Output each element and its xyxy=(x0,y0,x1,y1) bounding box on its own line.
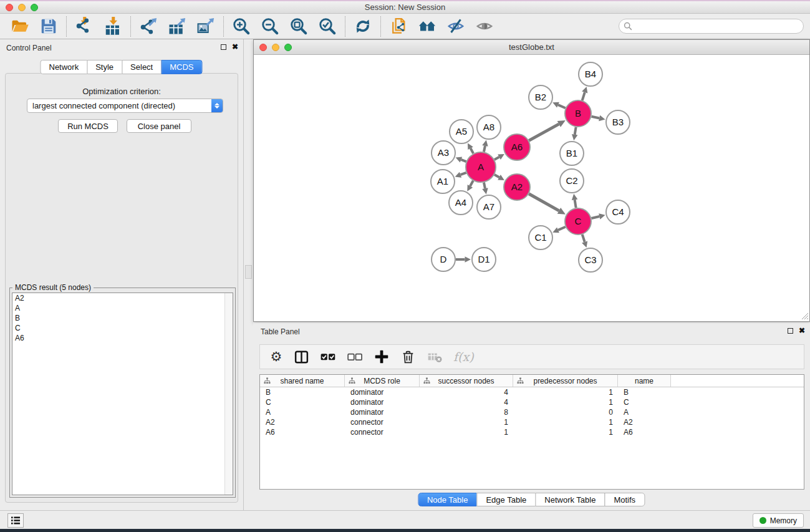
save-icon[interactable] xyxy=(39,17,58,36)
tab-style[interactable]: Style xyxy=(87,60,122,74)
edge-C-C1[interactable] xyxy=(558,227,566,230)
cell-name[interactable]: C xyxy=(618,398,671,407)
result-item[interactable]: B xyxy=(12,313,233,323)
close-table-panel-icon[interactable]: ✖ xyxy=(799,327,805,334)
column-header-MCDS-role[interactable]: MCDS role xyxy=(345,375,420,387)
cell-successor-nodes[interactable]: 4 xyxy=(420,398,513,407)
table-row[interactable]: A6connector11A6 xyxy=(260,427,804,437)
eye-icon[interactable] xyxy=(475,17,494,36)
edge-A-A1[interactable] xyxy=(461,173,466,175)
table-row[interactable]: Cdominator41C xyxy=(260,397,804,407)
cell-MCDS-role[interactable]: dominator xyxy=(345,398,420,407)
cell-predecessor-nodes[interactable]: 1 xyxy=(513,418,618,427)
split-divider-grip[interactable] xyxy=(245,265,252,279)
cell-name[interactable]: B xyxy=(618,388,671,397)
result-item[interactable]: A6 xyxy=(12,333,233,343)
zoom-selected-icon[interactable] xyxy=(318,17,337,36)
float-panel-icon[interactable] xyxy=(221,44,226,50)
column-header-predecessor-nodes[interactable]: predecessor nodes xyxy=(513,375,618,387)
result-item[interactable]: A2 xyxy=(12,293,233,303)
cell-shared-name[interactable]: A2 xyxy=(260,418,345,427)
result-item[interactable]: A xyxy=(12,303,233,313)
double-home-icon[interactable] xyxy=(418,17,436,36)
export-network-icon[interactable] xyxy=(139,17,158,36)
edge-A-A7[interactable] xyxy=(484,182,485,188)
cell-MCDS-role[interactable]: connector xyxy=(345,418,420,427)
add-column-icon[interactable] xyxy=(374,349,390,365)
table-row[interactable]: Adominator80A xyxy=(260,407,804,417)
column-header-name[interactable]: name xyxy=(618,375,671,387)
search-input[interactable] xyxy=(632,21,803,32)
cell-MCDS-role[interactable]: dominator xyxy=(345,388,420,397)
column-layout-icon[interactable] xyxy=(294,349,309,365)
column-header-successor-nodes[interactable]: successor nodes xyxy=(420,375,513,387)
tab-node-table[interactable]: Node Table xyxy=(418,493,478,506)
cell-name[interactable]: A6 xyxy=(618,428,671,437)
close-panel-icon[interactable]: ✖ xyxy=(232,43,238,51)
close-panel-button[interactable]: Close panel xyxy=(127,119,191,133)
zoom-window-button[interactable] xyxy=(31,4,38,11)
edge-C-C2[interactable] xyxy=(575,200,576,208)
resize-grip-icon[interactable] xyxy=(800,311,809,320)
tab-edge-table[interactable]: Edge Table xyxy=(476,493,536,506)
cell-shared-name[interactable]: C xyxy=(260,398,345,407)
refresh-icon[interactable] xyxy=(354,17,372,36)
edge-A2-C[interactable] xyxy=(529,194,559,211)
network-window-titlebar[interactable]: testGlobe.txt xyxy=(254,40,809,55)
network-canvas[interactable]: B4B2BB3A5A8A6B1A3AC2A1A2A4A7C4CC1DD1C3 xyxy=(254,55,809,321)
edge-B-B2[interactable] xyxy=(558,105,566,108)
zoom-in-icon[interactable] xyxy=(232,17,251,36)
table-row[interactable]: Bdominator41B xyxy=(260,387,804,397)
float-table-panel-icon[interactable] xyxy=(788,328,793,334)
table-row[interactable]: A2connector11A2 xyxy=(260,417,804,427)
network-minimize-button[interactable] xyxy=(272,44,279,51)
zoom-fit-icon[interactable] xyxy=(289,17,308,36)
run-mcds-button[interactable]: Run MCDS xyxy=(58,119,118,133)
edge-A-A2[interactable] xyxy=(494,175,499,177)
close-window-button[interactable] xyxy=(6,4,13,11)
export-image-icon[interactable] xyxy=(196,17,215,36)
cell-name[interactable]: A2 xyxy=(618,418,671,427)
cell-successor-nodes[interactable]: 1 xyxy=(420,418,513,427)
network-close-button[interactable] xyxy=(259,44,267,51)
edge-C-C3[interactable] xyxy=(582,235,585,242)
cell-predecessor-nodes[interactable]: 1 xyxy=(513,388,618,397)
cell-successor-nodes[interactable]: 1 xyxy=(420,428,513,437)
column-header-shared-name[interactable]: shared name xyxy=(260,375,345,387)
result-item[interactable]: C xyxy=(12,323,233,333)
tab-network-table[interactable]: Network Table xyxy=(535,493,605,506)
import-network-icon[interactable] xyxy=(75,17,94,36)
edge-C-C4[interactable] xyxy=(591,216,599,218)
search-field[interactable] xyxy=(619,19,804,34)
cell-MCDS-role[interactable]: dominator xyxy=(345,408,420,417)
edge-B-B4[interactable] xyxy=(582,92,585,100)
cell-shared-name[interactable]: A6 xyxy=(260,428,345,437)
tab-motifs[interactable]: Motifs xyxy=(604,493,645,506)
cell-successor-nodes[interactable]: 4 xyxy=(420,388,513,397)
cell-predecessor-nodes[interactable]: 1 xyxy=(513,398,618,407)
cell-shared-name[interactable]: A xyxy=(260,408,345,417)
import-table-icon[interactable] xyxy=(104,17,122,36)
edge-A6-B[interactable] xyxy=(529,124,559,140)
tab-mcds[interactable]: MCDS xyxy=(161,60,202,74)
edge-A-A3[interactable] xyxy=(461,160,466,162)
tab-select[interactable]: Select xyxy=(122,60,162,74)
uncheck-all-icon[interactable] xyxy=(347,349,363,365)
open-folder-icon[interactable] xyxy=(11,17,29,36)
cell-predecessor-nodes[interactable]: 0 xyxy=(513,408,618,417)
mcds-result-list[interactable]: A2ABCA6 xyxy=(12,293,233,495)
edge-B-B1[interactable] xyxy=(575,127,576,135)
minimize-window-button[interactable] xyxy=(18,4,26,11)
network-zoom-button[interactable] xyxy=(284,44,292,51)
cell-MCDS-role[interactable]: connector xyxy=(345,428,420,437)
task-history-button[interactable] xyxy=(7,513,24,528)
zoom-out-icon[interactable] xyxy=(261,17,279,36)
export-table-icon[interactable] xyxy=(168,17,186,36)
edge-A-A4[interactable] xyxy=(470,181,473,186)
cell-successor-nodes[interactable]: 8 xyxy=(420,408,513,417)
network-document-icon[interactable] xyxy=(389,17,408,36)
result-scrollbar[interactable] xyxy=(224,293,233,495)
memory-button[interactable]: Memory xyxy=(753,513,804,528)
tab-network[interactable]: Network xyxy=(40,60,87,74)
check-all-icon[interactable] xyxy=(320,349,336,365)
